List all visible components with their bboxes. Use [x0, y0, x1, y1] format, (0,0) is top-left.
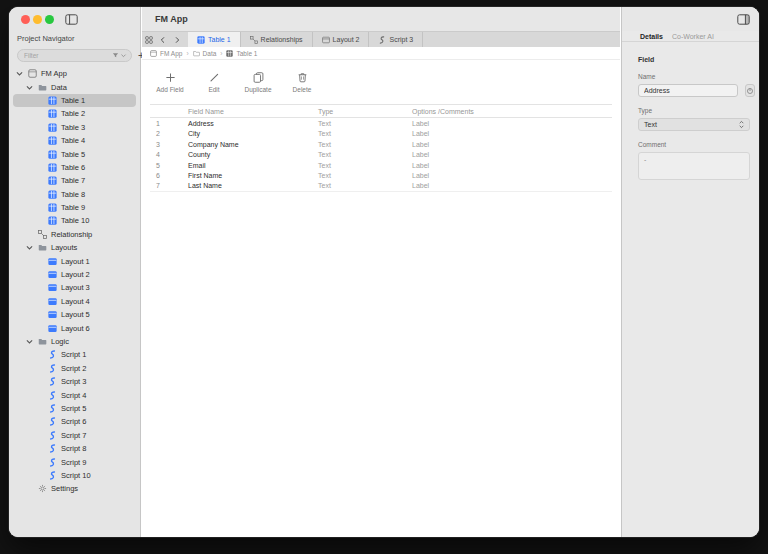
sidebar-tree-item[interactable]: Table 9	[13, 201, 136, 214]
toolbar-button-icon	[209, 72, 220, 83]
breadcrumb-separator: ›	[220, 50, 222, 57]
close-window-button[interactable]	[21, 15, 30, 24]
sidebar-tree-item[interactable]: Table 10	[13, 214, 136, 227]
sidebar-tree-item[interactable]: Table 3	[13, 121, 136, 134]
breadcrumb-item[interactable]: FM App	[150, 50, 182, 57]
sidebar-tree-item[interactable]: Table 2	[13, 107, 136, 120]
tab-label: Script 3	[389, 36, 413, 43]
table-row[interactable]: 3 Company Name Text Label	[150, 139, 612, 150]
sidebar-tree-item[interactable]: Script 2	[13, 362, 136, 375]
sidebar-tree-item[interactable]: Layout 5	[13, 308, 136, 321]
sidebar-tree-item[interactable]: Layouts	[13, 241, 136, 254]
document-tab[interactable]: Table 1	[188, 32, 241, 47]
sidebar-tree-item[interactable]: Data	[13, 80, 136, 93]
sidebar-tree-item[interactable]: Layout 6	[13, 321, 136, 334]
column-header-field-name: Field Name	[188, 108, 318, 115]
filter-funnel-icon[interactable]	[112, 52, 119, 59]
table-row[interactable]: 6 First Name Text Label	[150, 171, 612, 182]
toolbar-button[interactable]: Duplicate	[238, 72, 278, 93]
tab-label: Relationships	[261, 36, 303, 43]
tree-item-label: Table 9	[61, 203, 85, 212]
toolbar-button-icon	[253, 72, 264, 83]
document-tab[interactable]: Layout 2	[313, 32, 370, 47]
document-tab[interactable]: Script 3	[369, 32, 423, 47]
sidebar-tree-item[interactable]: Script 10	[13, 469, 136, 482]
back-button[interactable]	[156, 32, 170, 47]
minimize-window-button[interactable]	[33, 15, 42, 24]
sidebar-tree-item[interactable]: Table 1	[13, 94, 136, 107]
sidebar-tree-item[interactable]: Relationship	[13, 228, 136, 241]
disclosure-chevron-icon[interactable]	[25, 337, 34, 346]
table-row[interactable]: 5 Email Text Label	[150, 160, 612, 171]
field-type-select[interactable]: Text	[638, 118, 750, 131]
breadcrumb-item[interactable]: Data	[193, 50, 217, 57]
tree-item-label: Layout 6	[61, 324, 90, 333]
details-tab[interactable]: Co-Worker AI	[672, 33, 714, 40]
filter-input[interactable]	[20, 52, 112, 59]
field-comment-textarea[interactable]: -	[638, 152, 750, 180]
table-row[interactable]: 4 County Text Label	[150, 150, 612, 161]
breadcrumb-item-icon	[150, 50, 157, 57]
right-panel-toggle-icon[interactable]	[737, 14, 750, 25]
sidebar-tree-item[interactable]: Table 5	[13, 147, 136, 160]
disclosure-chevron-icon[interactable]	[25, 243, 34, 252]
dial-icon	[746, 87, 754, 95]
sidebar-tree-item[interactable]: Script 3	[13, 375, 136, 388]
sidebar-tree-item[interactable]: Logic	[13, 335, 136, 348]
disclosure-chevron-icon[interactable]	[15, 69, 24, 78]
filter-pill	[17, 49, 132, 62]
field-type-cell: Text	[318, 172, 412, 179]
sidebar-tree-item[interactable]: Script 8	[13, 442, 136, 455]
toolbar-button-icon	[165, 72, 176, 83]
sidebar-tree-item[interactable]: Table 7	[13, 174, 136, 187]
table-row[interactable]: 7 Last Name Text Label	[150, 181, 612, 192]
tree-item-label: Table 4	[61, 136, 85, 145]
tab-bar: Table 1 Relationships Layout 2 S	[142, 31, 620, 47]
sidebar-tree-item[interactable]: Script 5	[13, 402, 136, 415]
sidebar-tree-item[interactable]: Layout 1	[13, 254, 136, 267]
field-options-cell: Label	[412, 151, 612, 158]
sidebar-tree-item[interactable]: Script 7	[13, 429, 136, 442]
document-tab[interactable]: Relationships	[241, 32, 313, 47]
tree-item-label: Layout 2	[61, 270, 90, 279]
tree-item-icon	[48, 377, 57, 386]
breadcrumb-item[interactable]: Table 1	[226, 50, 257, 57]
sidebar-tree-item[interactable]: Table 8	[13, 188, 136, 201]
sidebar-tree-item[interactable]: Script 1	[13, 348, 136, 361]
toolbar-button[interactable]: Edit	[194, 72, 234, 93]
sidebar-tree-item[interactable]: Settings	[13, 482, 136, 495]
sidebar-tree-item[interactable]: Script 6	[13, 415, 136, 428]
sidebar-tree-item[interactable]: Layout 3	[13, 281, 136, 294]
sidebar-tree-item[interactable]: Script 4	[13, 388, 136, 401]
toolbar-button[interactable]: Add Field	[150, 72, 190, 93]
toolbar-button[interactable]: Delete	[282, 72, 322, 93]
tree-item-icon	[48, 364, 57, 373]
tree-item-icon	[48, 471, 57, 480]
sidebar-tree-item[interactable]: Layout 2	[13, 268, 136, 281]
field-type-cell: Text	[318, 151, 412, 158]
field-name-input[interactable]	[638, 84, 738, 97]
tab-icon	[250, 36, 258, 44]
sidebar-tree-item[interactable]: Script 9	[13, 455, 136, 468]
field-options-cell: Label	[412, 172, 612, 179]
tree-item-icon	[48, 404, 57, 413]
table-row[interactable]: 1 Address Text Label	[150, 118, 612, 129]
details-tab[interactable]: Details	[640, 33, 663, 40]
breadcrumb-item-icon	[226, 50, 233, 57]
tree-item-icon	[28, 69, 37, 78]
tab-overview-button[interactable]	[142, 32, 156, 47]
forward-button[interactable]	[170, 32, 184, 47]
tree-item-label: Script 10	[61, 471, 91, 480]
sidebar-tree-item[interactable]: Table 4	[13, 134, 136, 147]
sidebar-toggle-icon[interactable]	[65, 14, 78, 25]
field-name-action-button[interactable]	[745, 84, 755, 97]
zoom-window-button[interactable]	[45, 15, 54, 24]
field-type-cell: Text	[318, 182, 412, 189]
table-row[interactable]: 2 City Text Label	[150, 129, 612, 140]
filter-chevron-down-icon[interactable]	[120, 52, 127, 59]
sidebar-tree-item[interactable]: Layout 4	[13, 295, 136, 308]
sidebar-tree-item[interactable]: Table 6	[13, 161, 136, 174]
sidebar-tree-item[interactable]: FM App	[13, 67, 136, 80]
comment-label: Comment	[638, 141, 749, 148]
disclosure-chevron-icon[interactable]	[25, 83, 34, 92]
